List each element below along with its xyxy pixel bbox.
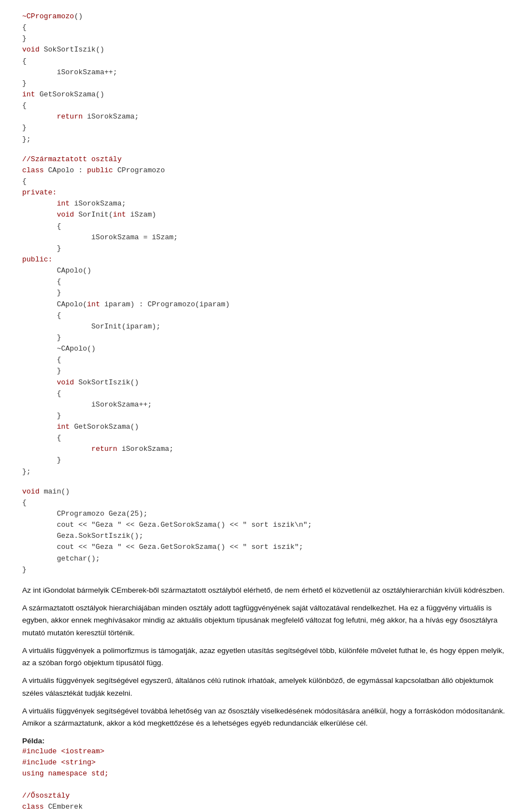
- page-content: ~CProgramozo() { } void SokSortIszik() {…: [22, 11, 510, 812]
- paragraph-2: A származtatott osztályok hierarchiájába…: [22, 602, 510, 639]
- paragraph-4: A virtuális függvények segítségével egys…: [22, 675, 510, 700]
- code-block-top: ~CProgramozo() { } void SokSortIszik() {…: [22, 11, 510, 145]
- prose-section-4: A virtuális függvények segítségével egys…: [22, 675, 510, 700]
- paragraph-1: Az int iGondolat bármelyik CEmberek-ből …: [22, 584, 510, 597]
- code-block-main: void main() { CProgramozo Geza(25); cout…: [22, 486, 510, 575]
- prose-section-2: A származtatott osztályok hierarchiájába…: [22, 602, 510, 639]
- paragraph-3: A virtuális függvények a polimorfizmus i…: [22, 645, 510, 670]
- paragraph-5: A virtuális függvények segítségével tová…: [22, 705, 510, 730]
- prose-section-3: A virtuális függvények a polimorfizmus i…: [22, 645, 510, 670]
- code-block-includes: #include <iostream> #include <string> us…: [22, 746, 510, 812]
- prose-section-5: A virtuális függvények segítségével tová…: [22, 705, 510, 730]
- example-label: Példa:: [22, 737, 510, 745]
- code-block-derived: //Származtatott osztály class CApolo : p…: [22, 154, 510, 477]
- prose-section-1: Az int iGondolat bármelyik CEmberek-ből …: [22, 584, 510, 597]
